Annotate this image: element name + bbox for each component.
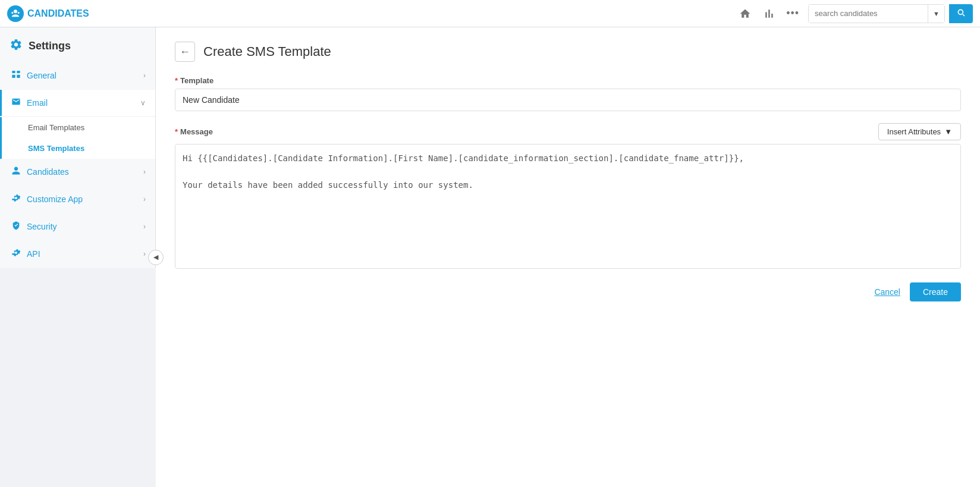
insert-attributes-chevron-icon: ▼ xyxy=(944,127,952,136)
sidebar: Settings General › Email xyxy=(0,27,156,268)
collapse-icon: ◀ xyxy=(153,253,158,261)
layout: Settings General › Email xyxy=(0,27,980,487)
create-button[interactable]: Create xyxy=(910,282,961,301)
home-button[interactable] xyxy=(734,3,756,24)
settings-label: Settings xyxy=(29,40,71,52)
sidebar-wrapper: Settings General › Email xyxy=(0,27,156,487)
svg-rect-3 xyxy=(12,71,15,73)
cancel-link[interactable]: Cancel xyxy=(874,287,900,297)
message-field-group: * Message Insert Attributes ▼ xyxy=(175,123,961,271)
search-button[interactable] xyxy=(949,4,973,23)
svg-rect-6 xyxy=(17,75,20,78)
search-dropdown-button[interactable]: ▼ xyxy=(928,5,944,23)
insert-attributes-button[interactable]: Insert Attributes ▼ xyxy=(878,123,961,140)
svg-point-0 xyxy=(14,10,17,13)
sidebar-item-customize-app-left: Customize App xyxy=(11,193,83,205)
brand-label: CANDIDATES xyxy=(27,8,89,19)
candidates-chevron-icon: › xyxy=(143,168,146,176)
brand: CANDIDATES xyxy=(7,5,89,22)
main-inner: ← Create SMS Template * Template * Messa… xyxy=(156,27,980,316)
sidebar-item-customize-app[interactable]: Customize App › xyxy=(0,186,155,212)
svg-rect-4 xyxy=(17,71,20,73)
sidebar-item-general-left: General xyxy=(11,70,56,81)
sidebar-item-api[interactable]: API › xyxy=(0,241,155,267)
sidebar-settings-header: Settings xyxy=(0,27,155,62)
message-header-row: * Message Insert Attributes ▼ xyxy=(175,123,961,140)
customize-app-chevron-icon: › xyxy=(143,195,146,203)
sidebar-item-customize-app-label: Customize App xyxy=(27,194,83,204)
settings-gear-icon xyxy=(10,38,23,54)
chart-button[interactable] xyxy=(758,3,780,24)
sidebar-collapse-button[interactable]: ◀ xyxy=(148,250,164,265)
more-icon: ••• xyxy=(786,7,799,20)
main-content: ← Create SMS Template * Template * Messa… xyxy=(156,27,980,487)
sidebar-email-submenu: Email Templates SMS Templates xyxy=(0,117,155,159)
page-title: Create SMS Template xyxy=(203,44,331,59)
svg-point-1 xyxy=(11,12,13,14)
svg-rect-5 xyxy=(12,75,15,78)
back-title-row: ← Create SMS Template xyxy=(175,42,961,62)
sidebar-item-email-left: Email xyxy=(11,97,48,109)
insert-attributes-label: Insert Attributes xyxy=(887,127,941,136)
general-icon xyxy=(11,70,21,81)
sidebar-item-email-templates[interactable]: Email Templates xyxy=(2,117,155,138)
sidebar-item-api-left: API xyxy=(11,248,40,260)
sidebar-item-email-label: Email xyxy=(27,98,48,108)
svg-point-2 xyxy=(18,12,20,14)
sidebar-item-security[interactable]: Security › xyxy=(0,213,155,240)
template-field-group: * Template xyxy=(175,76,961,111)
security-chevron-icon: › xyxy=(143,222,146,231)
back-button[interactable]: ← xyxy=(175,42,195,62)
email-chevron-icon: ∨ xyxy=(140,99,146,107)
template-required-star: * xyxy=(175,76,178,85)
topnav: CANDIDATES ••• ▼ xyxy=(0,0,980,27)
api-chevron-icon: › xyxy=(143,250,146,258)
topnav-icons: ••• xyxy=(734,3,803,24)
template-label: * Template xyxy=(175,76,961,85)
sidebar-item-security-label: Security xyxy=(27,222,57,231)
sidebar-item-candidates-label: Candidates xyxy=(27,167,69,177)
sidebar-item-general-label: General xyxy=(27,71,56,80)
sidebar-item-general[interactable]: General › xyxy=(0,62,155,89)
email-icon xyxy=(11,97,21,109)
candidates-icon xyxy=(11,166,21,178)
security-icon xyxy=(11,221,21,232)
message-label: * Message xyxy=(175,127,213,136)
sidebar-item-api-label: API xyxy=(27,249,40,259)
sidebar-item-candidates-left: Candidates xyxy=(11,166,69,178)
sidebar-item-sms-templates[interactable]: SMS Templates xyxy=(2,138,155,159)
general-chevron-icon: › xyxy=(143,71,146,80)
back-arrow-icon: ← xyxy=(180,46,190,58)
template-input[interactable] xyxy=(175,89,961,111)
search-container: ▼ xyxy=(808,4,945,23)
api-icon xyxy=(11,248,21,260)
sidebar-item-candidates[interactable]: Candidates › xyxy=(0,159,155,185)
chevron-down-icon: ▼ xyxy=(933,10,940,17)
sidebar-item-security-left: Security xyxy=(11,221,57,232)
search-input[interactable] xyxy=(809,5,928,23)
customize-app-icon xyxy=(11,193,21,205)
brand-icon xyxy=(7,5,24,22)
more-button[interactable]: ••• xyxy=(782,3,803,24)
form-actions: Cancel Create xyxy=(175,282,961,301)
message-required-star: * xyxy=(175,127,178,136)
message-textarea[interactable] xyxy=(175,144,961,269)
sidebar-item-email[interactable]: Email ∨ xyxy=(0,90,155,116)
